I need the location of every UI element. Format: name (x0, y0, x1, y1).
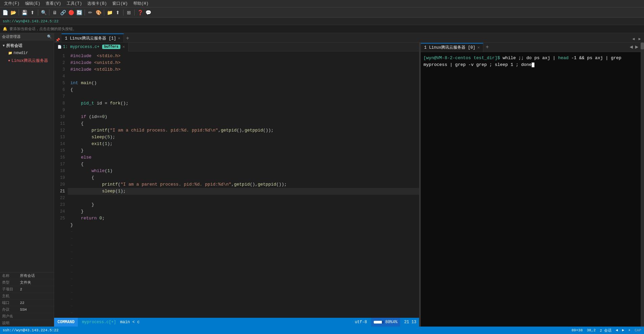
draw-btn[interactable]: ✏ (87, 9, 94, 16)
sidebar-title: 会话管理器 (2, 34, 21, 39)
menu-edit[interactable]: 编辑(E) (22, 1, 43, 6)
sep2 (38, 9, 38, 16)
bottom-dimensions[interactable]: 89×38 (572, 328, 583, 332)
bottom-position[interactable]: 38,2 (587, 328, 596, 332)
prop-name-row: 名称 所有会话 (0, 272, 54, 279)
ln18: 18 (54, 168, 65, 174)
prop-host-key: 主机 (0, 293, 19, 299)
grid-btn[interactable]: ⊞ (125, 9, 133, 16)
terminal-tab-add[interactable]: + (483, 44, 491, 51)
tab-arrows: ◄ ► (630, 36, 644, 42)
bottom-session-url[interactable]: ssh://wyn@43.143.224.5:22 (3, 328, 59, 332)
left-pane: 📄 1: myprocess.c+ buffers ✕ 1 2 3 4 5 6 (54, 43, 419, 327)
sidebar-sub-section: 📁 newdir ● Linux腾讯云服务器 (0, 49, 54, 64)
menu-view[interactable]: 查看(V) (43, 1, 64, 6)
prop-user-key: 用户名 (0, 314, 19, 319)
terminal-body[interactable]: [wyn@VM-8-2-centos test_dir]$ while ;; d… (421, 52, 641, 327)
sidebar-search-icon[interactable]: 🔍 (47, 34, 52, 39)
editor-tab-label: 1: myprocess.c+ (63, 45, 99, 49)
tab-linux-1-label: 1 Linux腾讯云服务器 [1] (65, 35, 116, 41)
prop-child-key: 子项目 (0, 287, 19, 292)
upload-btn[interactable]: ⬆ (114, 9, 121, 16)
ln1: 1 (54, 53, 65, 59)
terminal-prompt: [wyn@VM-8-2-centos test_dir]$ (423, 55, 503, 61)
session-bar: ssh://wyn@43.143.224.5:22 (0, 18, 644, 25)
status-encoding: utf-8 (355, 320, 367, 325)
pin-btn[interactable]: 📌 (54, 38, 62, 42)
tab-next-arrow[interactable]: ► (637, 36, 643, 42)
editor-tab-file[interactable]: 📄 1: myprocess.c+ buffers ✕ (54, 43, 129, 51)
bottom-status-left: ssh://wyn@43.143.224.5:22 (3, 328, 59, 332)
bottom-status-bar: ssh://wyn@43.143.224.5:22 89×38 38,2 2 会… (0, 327, 644, 334)
terminal-tab-1[interactable]: 1 Linux腾讯云服务器 [0] ✕ (421, 43, 483, 52)
status-position: 21 13 (404, 320, 416, 325)
terminal-tab-close[interactable]: ✕ (477, 45, 480, 50)
ln16: 16 (54, 154, 65, 161)
right-scrollbar[interactable] (641, 43, 644, 327)
menu-window[interactable]: 窗口(W) (110, 1, 131, 6)
color-btn[interactable]: 🎨 (95, 9, 102, 16)
menu-tools[interactable]: 工具(T) (64, 1, 85, 6)
terminal-tab-prev[interactable]: ◄ (629, 44, 634, 50)
menu-file[interactable]: 文件(F) (1, 1, 22, 6)
main-layout: 会话管理器 🔍 ▼ 所有会话 📁 newdir ● Linux腾讯云服务器 (0, 33, 644, 327)
prop-port-key: 端口 (0, 300, 19, 305)
save-all-btn[interactable]: ⬆ (29, 9, 36, 16)
ln20: 20 (54, 181, 65, 188)
ln4: 4 (54, 73, 65, 80)
new-session-btn[interactable]: 📄 (1, 9, 9, 16)
disconnect-btn[interactable]: 🔴 (67, 9, 75, 16)
editor-tab-close[interactable]: ✕ (122, 44, 125, 49)
prop-action-val: SSH (19, 308, 54, 312)
session-mgr-btn[interactable]: 🖥 (51, 9, 59, 16)
terminal-tab-arrows: ◄ ► (629, 44, 641, 50)
ln11: 11 (54, 120, 65, 127)
server-icon: ● (8, 59, 10, 63)
sftp-btn[interactable]: 📁 (106, 9, 113, 16)
ln13: 13 (54, 134, 65, 141)
tab-linux-1[interactable]: 1 Linux腾讯云服务器 [1] ✕ (62, 33, 124, 42)
save-btn[interactable]: 💾 (21, 9, 28, 16)
prop-host-row: 主机 (0, 293, 54, 300)
sidebar-item-linux-server[interactable]: ● Linux腾讯云服务器 (5, 57, 54, 64)
scrollbar-thumb[interactable] (641, 43, 644, 49)
prompt-bar: 🔔 要添加当前会话，点击左侧的箭头按钮。 (0, 25, 644, 33)
code-content[interactable]: #include <stdio.h> #include <unistd.h> #… (68, 51, 419, 318)
ln5: 5 (54, 80, 65, 87)
outer-tab-bar: 📌 1 Linux腾讯云服务器 [1] ✕ + ◄ ► (54, 33, 644, 43)
help-icon-btn[interactable]: ❓ (136, 9, 144, 16)
prop-port-row: 端口 22 (0, 300, 54, 306)
prop-note-row: 说明 (0, 320, 54, 327)
tab-add-btn[interactable]: + (124, 35, 131, 42)
folder-icon: 📁 (8, 51, 12, 55)
connect-btn[interactable]: 🔗 (59, 9, 67, 16)
menu-help[interactable]: 帮助(H) (131, 1, 152, 6)
tab-prev-arrow[interactable]: ◄ (630, 36, 637, 42)
ln23: 23 (54, 201, 65, 208)
menu-tabs[interactable]: 选项卡(B) (85, 1, 110, 6)
prop-type-row: 类型 文件夹 (0, 279, 54, 286)
ln14: 14 (54, 141, 65, 147)
bottom-sessions[interactable]: 2 会话 (600, 328, 612, 333)
bottom-nav-next[interactable]: ► (622, 328, 624, 332)
status-mode: COMMAND (54, 318, 78, 327)
chat-btn[interactable]: 💬 (144, 9, 152, 16)
tab-linux-1-close[interactable]: ✕ (118, 36, 120, 40)
sidebar-all-sessions-label: 所有会话 (6, 43, 22, 49)
bottom-nav-prev[interactable]: ◄ (616, 328, 618, 332)
bottom-nav-add[interactable]: + (628, 328, 631, 332)
reconnect-btn[interactable]: 🔄 (75, 9, 83, 16)
prop-type-val: 文件夹 (19, 280, 54, 285)
terminal-tab-label: 1 Linux腾讯云服务器 [0] (424, 45, 475, 50)
ln8: 8 (54, 100, 65, 107)
ln10: 10 (54, 114, 65, 120)
scrollbar-track (641, 43, 644, 327)
search-btn[interactable]: 🔍 (40, 9, 47, 16)
open-btn[interactable]: 📂 (9, 9, 17, 16)
sidebar-item-all-sessions[interactable]: ▼ 所有会话 (0, 42, 54, 49)
terminal-tab-next[interactable]: ► (634, 44, 639, 50)
sidebar-newdir-label: newdir (14, 51, 28, 55)
code-editor[interactable]: 1 2 3 4 5 6 7 8 9 10 11 12 13 14 (54, 51, 419, 318)
ln19: 19 (54, 174, 65, 181)
sidebar-item-newdir[interactable]: 📁 newdir (5, 49, 54, 57)
